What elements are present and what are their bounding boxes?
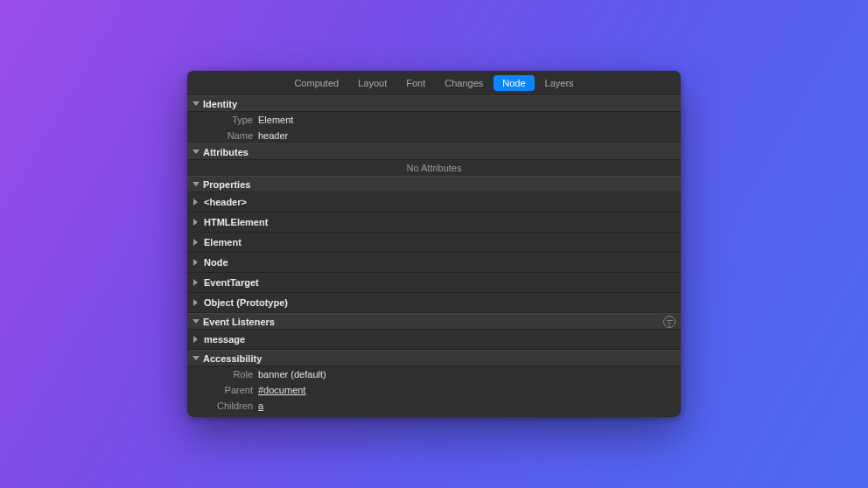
accessibility-role-value: banner (default) xyxy=(258,369,326,380)
section-header-attributes[interactable]: Attributes xyxy=(187,143,681,160)
property-row-eventtarget[interactable]: EventTarget xyxy=(187,273,681,293)
panel-content: Identity Type Element Name header Attrib… xyxy=(187,95,681,417)
identity-type-row: Type Element xyxy=(187,112,681,128)
section-header-identity[interactable]: Identity xyxy=(187,95,681,112)
section-title: Attributes xyxy=(203,147,248,157)
property-row-element[interactable]: Element xyxy=(187,233,681,253)
section-title: Accessibility xyxy=(203,353,262,364)
property-label: <header> xyxy=(204,197,247,207)
section-title: Event Listeners xyxy=(203,317,275,327)
tab-computed[interactable]: Computed xyxy=(285,75,347,91)
chevron-right-icon xyxy=(193,199,198,206)
section-title: Identity xyxy=(203,99,237,109)
identity-type-value: Element xyxy=(258,115,293,125)
property-label: Node xyxy=(204,257,228,268)
property-row-node[interactable]: Node xyxy=(187,253,681,273)
property-label: HTMLElement xyxy=(204,217,268,227)
accessibility-parent-label: Parent xyxy=(192,385,258,395)
tab-font[interactable]: Font xyxy=(397,75,434,91)
property-row-header[interactable]: <header> xyxy=(187,192,681,213)
filter-icon[interactable] xyxy=(663,316,676,328)
inspector-panel: Computed Layout Font Changes Node Layers… xyxy=(187,71,681,417)
property-row-object[interactable]: Object (Prototype) xyxy=(187,293,681,313)
accessibility-parent-row: Parent #document xyxy=(187,382,681,398)
accessibility-role-label: Role xyxy=(192,369,258,380)
chevron-down-icon xyxy=(192,182,200,186)
accessibility-parent-value[interactable]: #document xyxy=(258,385,305,395)
tab-changes[interactable]: Changes xyxy=(436,75,492,91)
chevron-right-icon xyxy=(193,299,198,306)
chevron-right-icon xyxy=(193,336,198,343)
tab-bar: Computed Layout Font Changes Node Layers xyxy=(187,71,681,95)
section-title: Properties xyxy=(203,179,250,190)
accessibility-children-value[interactable]: a xyxy=(258,401,263,411)
chevron-down-icon xyxy=(192,319,200,324)
property-row-htmlelement[interactable]: HTMLElement xyxy=(187,213,681,233)
property-label: EventTarget xyxy=(204,277,259,288)
property-label: Element xyxy=(204,237,242,247)
identity-name-label: Name xyxy=(192,130,258,141)
section-header-eventlisteners[interactable]: Event Listeners xyxy=(187,313,681,330)
eventlistener-row-message[interactable]: message xyxy=(187,330,681,350)
tab-node[interactable]: Node xyxy=(494,75,534,91)
chevron-right-icon xyxy=(193,219,198,226)
identity-type-label: Type xyxy=(192,115,258,125)
chevron-down-icon xyxy=(192,356,200,360)
accessibility-children-label: Children xyxy=(192,401,258,411)
accessibility-role-row: Role banner (default) xyxy=(187,366,681,382)
chevron-right-icon xyxy=(193,279,198,286)
tab-layers[interactable]: Layers xyxy=(536,75,583,91)
identity-name-value: header xyxy=(258,130,288,141)
section-header-properties[interactable]: Properties xyxy=(187,176,681,192)
eventlistener-label: message xyxy=(204,334,245,345)
property-label: Object (Prototype) xyxy=(204,297,288,308)
chevron-right-icon xyxy=(193,259,198,266)
chevron-down-icon xyxy=(192,150,200,154)
section-header-accessibility[interactable]: Accessibility xyxy=(187,350,681,366)
attributes-empty: No Attributes xyxy=(187,160,681,176)
accessibility-children-row: Children a xyxy=(187,398,681,414)
tab-layout[interactable]: Layout xyxy=(349,75,396,91)
chevron-right-icon xyxy=(193,239,198,246)
identity-name-row: Name header xyxy=(187,128,681,143)
chevron-down-icon xyxy=(192,101,200,106)
